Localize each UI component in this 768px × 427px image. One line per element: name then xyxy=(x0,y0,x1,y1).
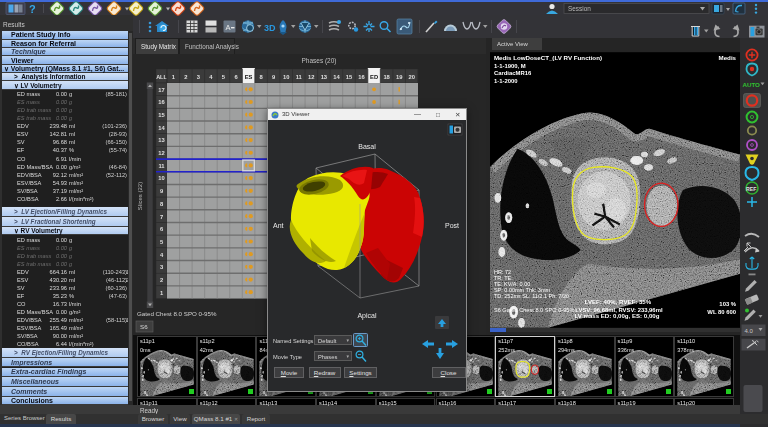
svg-text:HR: 72: HR: 72 xyxy=(494,269,511,275)
svg-text:14: 14 xyxy=(333,74,340,80)
svg-text:AUTO: AUTO xyxy=(743,81,761,88)
svg-text:12: 12 xyxy=(308,74,314,80)
svg-text:11: 11 xyxy=(296,74,303,80)
svg-text:Apical: Apical xyxy=(357,312,377,320)
svg-text:10: 10 xyxy=(158,175,164,181)
svg-text:Post: Post xyxy=(445,222,459,229)
svg-text:13: 13 xyxy=(158,137,165,143)
svg-text:TE: KV/A: 0.00: TE: KV/A: 0.00 xyxy=(494,281,530,287)
svg-text:1-1-1900, M: 1-1-1900, M xyxy=(494,63,526,69)
svg-text:Medis LowDoseCT_(LV RV Functio: Medis LowDoseCT_(LV RV Function) xyxy=(494,54,602,61)
svg-text:15: 15 xyxy=(158,112,165,118)
svg-text:2: 2 xyxy=(160,277,163,283)
svg-text:S6 Gated Chest 8.0 SPO 0-95%: S6 Gated Chest 8.0 SPO 0-95% xyxy=(494,307,574,313)
svg-text:18: 18 xyxy=(383,74,390,80)
svg-text:1-1-2000: 1-1-2000 xyxy=(494,78,518,84)
svg-text:20: 20 xyxy=(408,74,414,80)
svg-text:TD: 252ms SL: 11/2.1 Ph: 7/20: TD: 252ms SL: 11/2.1 Ph: 7/20 xyxy=(494,293,569,299)
svg-text:CardiacMR16: CardiacMR16 xyxy=(494,70,532,76)
svg-text:TR: TE:: TR: TE: xyxy=(494,275,513,281)
svg-text:LVEF: 40%, RVEF: 35%: LVEF: 40%, RVEF: 35% xyxy=(585,298,652,305)
svg-text:7: 7 xyxy=(160,214,163,220)
svg-text:Session: Session xyxy=(568,5,591,12)
svg-text:SP: 0.00mm Thk: 3mm: SP: 0.00mm Thk: 3mm xyxy=(494,287,551,293)
svg-text:LV mass ED: 0,00g, ES: 0,00g: LV mass ED: 0,00g, ES: 0,00g xyxy=(575,312,660,319)
svg-text:Phases (20): Phases (20) xyxy=(301,57,336,65)
svg-text:17: 17 xyxy=(158,87,164,93)
svg-text:4.0: 4.0 xyxy=(745,328,754,334)
svg-text:S6: S6 xyxy=(140,323,148,330)
svg-text:Basal: Basal xyxy=(358,143,376,150)
svg-text:16: 16 xyxy=(358,74,365,80)
svg-text:13: 13 xyxy=(321,74,328,80)
svg-text:Medis: Medis xyxy=(719,54,737,61)
svg-text:11: 11 xyxy=(158,163,165,169)
svg-text:Slices (22): Slices (22) xyxy=(137,182,143,210)
svg-text:14: 14 xyxy=(158,125,165,131)
svg-text:REF: REF xyxy=(746,186,756,192)
svg-text:10: 10 xyxy=(283,74,289,80)
svg-text:WL 80 600: WL 80 600 xyxy=(707,309,736,315)
svg-text:3D: 3D xyxy=(264,23,276,33)
svg-text:12: 12 xyxy=(158,150,164,156)
svg-text:103 %: 103 % xyxy=(719,301,736,307)
svg-text:2: 2 xyxy=(184,74,187,80)
svg-text:ES: ES xyxy=(245,74,253,80)
svg-text:ALL: ALL xyxy=(156,74,167,80)
svg-text:Ant: Ant xyxy=(273,222,284,229)
svg-text:ED: ED xyxy=(370,74,378,80)
svg-text:Gated Chest 8.0 SPO 0-95%: Gated Chest 8.0 SPO 0-95% xyxy=(137,310,217,317)
svg-text:A: A xyxy=(226,23,231,32)
svg-text:15: 15 xyxy=(346,74,353,80)
svg-text:19: 19 xyxy=(396,74,403,80)
svg-text:16: 16 xyxy=(158,99,165,105)
